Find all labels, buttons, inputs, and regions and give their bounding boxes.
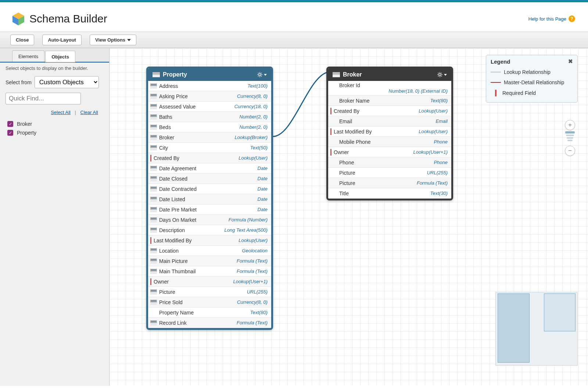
svg-rect-27 bbox=[151, 115, 156, 116]
field-row[interactable]: PictureURL(255) bbox=[328, 168, 451, 178]
field-row[interactable]: OwnerLookup(User+1) bbox=[328, 147, 451, 157]
field-row[interactable]: PictureURL(255) bbox=[148, 287, 271, 297]
select-all-link[interactable]: Select All bbox=[51, 110, 70, 115]
field-row[interactable]: BathsNumber(2, 0) bbox=[148, 112, 271, 122]
field-row[interactable]: Date Pre MarketDate bbox=[148, 204, 271, 215]
close-button[interactable]: Close bbox=[10, 35, 34, 45]
required-bar-icon bbox=[495, 90, 496, 96]
field-row[interactable]: PictureFormula (Text) bbox=[328, 178, 451, 188]
tab-elements[interactable]: Elements bbox=[12, 50, 44, 62]
field-row[interactable]: Asking PriceCurrency(8, 0) bbox=[148, 91, 271, 102]
field-row[interactable]: Assessed ValueCurrency(18, 0) bbox=[148, 102, 271, 112]
required-indicator-icon bbox=[150, 278, 151, 285]
field-row[interactable]: Days On MarketFormula (Number) bbox=[148, 215, 271, 225]
field-row[interactable]: Record LinkFormula (Text) bbox=[148, 318, 271, 328]
field-row[interactable]: Created ByLookup(User) bbox=[148, 153, 271, 163]
field-type-icon bbox=[150, 320, 157, 325]
help-link[interactable]: Help for this Page ? bbox=[528, 15, 575, 22]
field-type: Number(2, 0) bbox=[239, 114, 268, 120]
quick-find-input[interactable] bbox=[6, 93, 81, 104]
object-gear-button[interactable] bbox=[257, 72, 267, 78]
field-type: Currency(8, 0) bbox=[237, 93, 268, 99]
field-row[interactable]: DescriptionLong Text Area(500) bbox=[148, 225, 271, 235]
field-row[interactable]: LocationGeolocation bbox=[148, 246, 271, 256]
minimap[interactable] bbox=[495, 292, 578, 366]
field-type-icon bbox=[150, 125, 157, 130]
field-row[interactable]: Date ListedDate bbox=[148, 194, 271, 204]
sidebar-instruction: Select objects to display on the builder… bbox=[0, 63, 109, 74]
object-card-property[interactable]: Property AddressText(100)Asking PriceCur… bbox=[146, 67, 273, 330]
zoom-out-button[interactable]: − bbox=[565, 146, 575, 156]
svg-rect-63 bbox=[151, 259, 156, 260]
field-type: URL(255) bbox=[427, 170, 448, 175]
checkbox-icon[interactable]: ✓ bbox=[7, 121, 13, 127]
field-name: Mobile Phone bbox=[339, 139, 371, 145]
field-name: Asking Price bbox=[159, 93, 188, 99]
object-list-item[interactable]: ✓Broker bbox=[7, 120, 102, 128]
field-name: Main Picture bbox=[159, 258, 188, 264]
field-name: Description bbox=[159, 227, 185, 233]
field-row[interactable]: AddressText(100) bbox=[148, 81, 271, 91]
svg-rect-30 bbox=[151, 125, 156, 127]
field-row[interactable]: CityText(50) bbox=[148, 143, 271, 153]
field-row[interactable]: Date ClosedDate bbox=[148, 174, 271, 184]
field-row[interactable]: PhonePhone bbox=[328, 157, 451, 168]
field-row[interactable]: Date AgreementDate bbox=[148, 163, 271, 174]
field-row[interactable]: Date ContractedDate bbox=[148, 184, 271, 194]
field-name: Main Thumbnail bbox=[159, 268, 196, 274]
svg-line-15 bbox=[261, 73, 262, 74]
field-row[interactable]: Main ThumbnailFormula (Text) bbox=[148, 266, 271, 277]
object-gear-button[interactable] bbox=[437, 72, 447, 78]
field-row[interactable]: Main PictureFormula (Text) bbox=[148, 256, 271, 266]
required-indicator-icon bbox=[150, 155, 151, 161]
field-type: Date bbox=[258, 207, 268, 212]
svg-line-86 bbox=[441, 73, 442, 74]
field-name: Baths bbox=[159, 114, 172, 120]
view-options-button[interactable]: View Options bbox=[90, 35, 136, 45]
field-row[interactable]: Property NameText(80) bbox=[148, 307, 271, 318]
zoom-controls: + − bbox=[564, 120, 576, 156]
checkbox-icon[interactable]: ✓ bbox=[7, 130, 13, 136]
zoom-level-bar[interactable] bbox=[567, 137, 573, 139]
field-row[interactable]: Price SoldCurrency(8, 0) bbox=[148, 297, 271, 307]
field-type: Text(100) bbox=[248, 83, 268, 89]
field-type-icon bbox=[150, 104, 157, 109]
legend-panel: Legend ✖ Lookup Relationship Master-Deta… bbox=[486, 55, 578, 103]
field-row[interactable]: OwnerLookup(User+1) bbox=[148, 277, 271, 287]
field-row[interactable]: EmailEmail bbox=[328, 116, 451, 127]
zoom-in-button[interactable]: + bbox=[565, 120, 575, 130]
svg-line-84 bbox=[441, 76, 442, 77]
field-row[interactable]: Created ByLookup(User) bbox=[328, 106, 451, 116]
field-row[interactable]: Last Modified ByLookup(User) bbox=[328, 127, 451, 137]
field-row[interactable]: BedsNumber(2, 0) bbox=[148, 122, 271, 132]
object-header-broker[interactable]: Broker bbox=[328, 68, 451, 81]
field-name: Broker Id bbox=[339, 82, 360, 88]
tab-objects[interactable]: Objects bbox=[45, 51, 75, 62]
zoom-level-bar[interactable] bbox=[567, 140, 573, 141]
schema-canvas[interactable]: Property AddressText(100)Asking PriceCur… bbox=[110, 48, 588, 386]
field-type: Lookup(User+1) bbox=[413, 149, 448, 155]
object-card-broker[interactable]: Broker Broker IdNumber(18, 0) (External … bbox=[326, 67, 453, 200]
field-type: Number(2, 0) bbox=[239, 124, 268, 130]
field-row[interactable]: Mobile PhonePhone bbox=[328, 137, 451, 147]
field-type-icon bbox=[150, 197, 157, 202]
field-type: Formula (Text) bbox=[237, 258, 268, 264]
clear-all-link[interactable]: Clear All bbox=[80, 110, 98, 115]
sidebar: Elements Objects Select objects to displ… bbox=[0, 48, 110, 386]
select-from-dropdown[interactable]: Custom Objects bbox=[35, 76, 99, 88]
object-header-property[interactable]: Property bbox=[148, 68, 271, 81]
field-row[interactable]: Last Modified ByLookup(User) bbox=[148, 235, 271, 246]
legend-close-icon[interactable]: ✖ bbox=[568, 58, 573, 65]
zoom-level-bar[interactable] bbox=[565, 131, 575, 134]
zoom-level-bar[interactable] bbox=[566, 135, 574, 136]
field-row[interactable]: TitleText(30) bbox=[328, 188, 451, 199]
auto-layout-button[interactable]: Auto-Layout bbox=[42, 35, 82, 45]
field-row[interactable]: Broker IdNumber(18, 0) (External ID) bbox=[328, 81, 451, 96]
field-name: Date Agreement bbox=[159, 165, 196, 171]
field-row[interactable]: Broker NameText(80) bbox=[328, 96, 451, 106]
field-row[interactable]: BrokerLookup(Broker) bbox=[148, 132, 271, 143]
field-name: Broker bbox=[159, 135, 174, 140]
field-name: Last Modified By bbox=[334, 129, 372, 135]
svg-rect-21 bbox=[151, 95, 156, 96]
object-list-item[interactable]: ✓Property bbox=[7, 128, 102, 137]
